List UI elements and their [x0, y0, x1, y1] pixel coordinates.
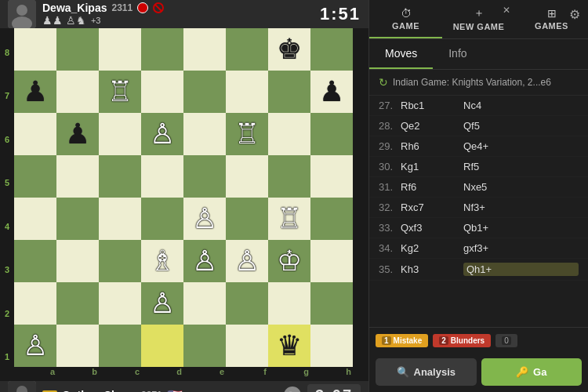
- square-b2[interactable]: [56, 282, 99, 325]
- move-row[interactable]: 32.Rxc7Nf3+: [369, 198, 588, 218]
- square-f8[interactable]: [226, 28, 268, 71]
- square-g8[interactable]: ♚: [268, 28, 310, 71]
- square-h1[interactable]: [310, 325, 353, 367]
- tab-info[interactable]: Info: [433, 39, 482, 69]
- move-row[interactable]: 29.Rh6Qe4+: [369, 136, 588, 157]
- move-white[interactable]: Rh6: [401, 140, 463, 152]
- square-b7[interactable]: [56, 71, 99, 113]
- square-a2[interactable]: [14, 282, 56, 325]
- square-b5[interactable]: [56, 155, 99, 198]
- square-h4[interactable]: [310, 198, 353, 240]
- move-black[interactable]: Nc4: [463, 100, 579, 111]
- tab-new-game[interactable]: ＋ NEW GAME ✕: [442, 0, 515, 38]
- square-c5[interactable]: [99, 155, 141, 198]
- square-e6[interactable]: [183, 113, 226, 155]
- square-h2[interactable]: [310, 282, 353, 325]
- square-g1[interactable]: ♛: [268, 325, 310, 367]
- square-f2[interactable]: [226, 282, 268, 325]
- square-c6[interactable]: [99, 113, 141, 155]
- square-h3[interactable]: [310, 240, 353, 282]
- square-f3[interactable]: ♙: [226, 240, 268, 282]
- square-e7[interactable]: [183, 71, 226, 113]
- square-b3[interactable]: [56, 240, 99, 282]
- square-c8[interactable]: [99, 28, 141, 71]
- square-b4[interactable]: [56, 198, 99, 240]
- square-d1[interactable]: [141, 325, 183, 367]
- square-d8[interactable]: [141, 28, 183, 71]
- tab-games[interactable]: ⊞ GAMES: [515, 0, 588, 38]
- square-d4[interactable]: [141, 198, 183, 240]
- square-g3[interactable]: ♔: [268, 240, 310, 282]
- square-e5[interactable]: [183, 155, 226, 198]
- move-black[interactable]: Nxe5: [463, 181, 579, 193]
- move-row[interactable]: 31.Rf6Nxe5: [369, 177, 588, 198]
- square-a8[interactable]: [14, 28, 56, 71]
- move-white[interactable]: Kh3: [401, 263, 463, 275]
- square-f5[interactable]: [226, 155, 268, 198]
- square-h5[interactable]: [310, 155, 353, 198]
- square-c7[interactable]: ♖: [99, 71, 141, 113]
- move-black[interactable]: Nf3+: [463, 201, 579, 213]
- square-f4[interactable]: [226, 198, 268, 240]
- move-black[interactable]: gxf3+: [463, 242, 579, 254]
- move-white[interactable]: Rbc1: [401, 100, 463, 111]
- square-d2[interactable]: ♙: [141, 282, 183, 325]
- square-c3[interactable]: [99, 240, 141, 282]
- square-d5[interactable]: [141, 155, 183, 198]
- square-g6[interactable]: [268, 113, 310, 155]
- tab-moves[interactable]: Moves: [369, 39, 433, 69]
- square-d3[interactable]: ♗: [141, 240, 183, 282]
- chess-board[interactable]: ♚♟♖♟♟♙♖♙♖♗♙♙♔♙♙♛: [14, 28, 353, 367]
- square-g5[interactable]: [268, 155, 310, 198]
- move-white[interactable]: Qxf3: [401, 222, 463, 234]
- move-white[interactable]: Kg1: [401, 161, 463, 172]
- square-c1[interactable]: [99, 325, 141, 367]
- move-black[interactable]: Rf5: [463, 161, 579, 172]
- move-row[interactable]: 27.Rbc1Nc4: [369, 96, 588, 116]
- square-e2[interactable]: [183, 282, 226, 325]
- square-a3[interactable]: [14, 240, 56, 282]
- square-a4[interactable]: [14, 198, 56, 240]
- close-icon[interactable]: ✕: [503, 5, 510, 16]
- square-c2[interactable]: [99, 282, 141, 325]
- square-f1[interactable]: [226, 325, 268, 367]
- square-e4[interactable]: ♙: [183, 198, 226, 240]
- move-black[interactable]: Qe4+: [463, 140, 579, 152]
- move-row[interactable]: 30.Kg1Rf5: [369, 157, 588, 177]
- square-a1[interactable]: ♙: [14, 325, 56, 367]
- move-row[interactable]: 28.Qe2Qf5: [369, 116, 588, 136]
- move-black[interactable]: Qf5: [463, 120, 579, 132]
- move-row[interactable]: 33.Qxf3Qb1+: [369, 218, 588, 238]
- square-h8[interactable]: [310, 28, 353, 71]
- square-f7[interactable]: [226, 71, 268, 113]
- square-g2[interactable]: [268, 282, 310, 325]
- square-h7[interactable]: ♟: [310, 71, 353, 113]
- move-white[interactable]: Kg2: [401, 242, 463, 254]
- move-row[interactable]: 34.Kg2gxf3+: [369, 238, 588, 259]
- square-b1[interactable]: [56, 325, 99, 367]
- move-white[interactable]: Qe2: [401, 120, 463, 132]
- moves-list[interactable]: 27.Rbc1Nc428.Qe2Qf529.Rh6Qe4+30.Kg1Rf531…: [369, 96, 588, 327]
- square-h6[interactable]: [310, 113, 353, 155]
- square-a7[interactable]: ♟: [14, 71, 56, 113]
- square-g7[interactable]: [268, 71, 310, 113]
- tab-game[interactable]: ⏱ GAME: [369, 0, 442, 38]
- square-f6[interactable]: ♖: [226, 113, 268, 155]
- move-white[interactable]: Rf6: [401, 181, 463, 193]
- square-d6[interactable]: ♙: [141, 113, 183, 155]
- square-a5[interactable]: [14, 155, 56, 198]
- square-b6[interactable]: ♟: [56, 113, 99, 155]
- move-black[interactable]: Qh1+: [463, 263, 579, 276]
- square-a6[interactable]: [14, 113, 56, 155]
- analysis-button[interactable]: 🔍 Analysis: [376, 358, 477, 386]
- square-e3[interactable]: ♙: [183, 240, 226, 282]
- square-g4[interactable]: ♖: [268, 198, 310, 240]
- game-button[interactable]: 🔑 Ga: [481, 358, 583, 386]
- square-b8[interactable]: [56, 28, 99, 71]
- move-white[interactable]: Rxc7: [401, 201, 463, 213]
- square-d7[interactable]: [141, 71, 183, 113]
- square-e1[interactable]: [183, 325, 226, 367]
- move-row[interactable]: 35.Kh3Qh1+: [369, 259, 588, 281]
- move-black[interactable]: Qb1+: [463, 222, 579, 234]
- square-e8[interactable]: [183, 28, 226, 71]
